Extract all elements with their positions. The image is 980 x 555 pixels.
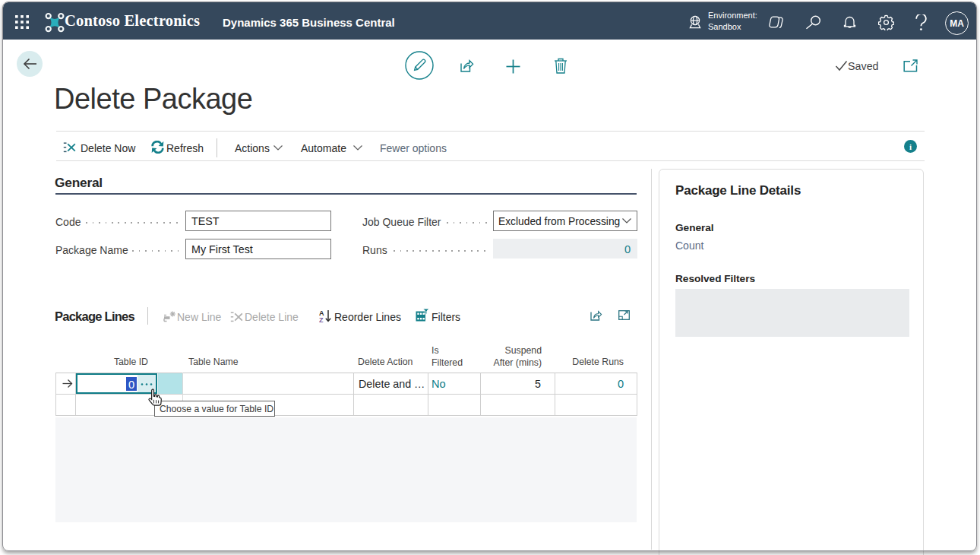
svg-text:Z: Z: [319, 316, 324, 323]
